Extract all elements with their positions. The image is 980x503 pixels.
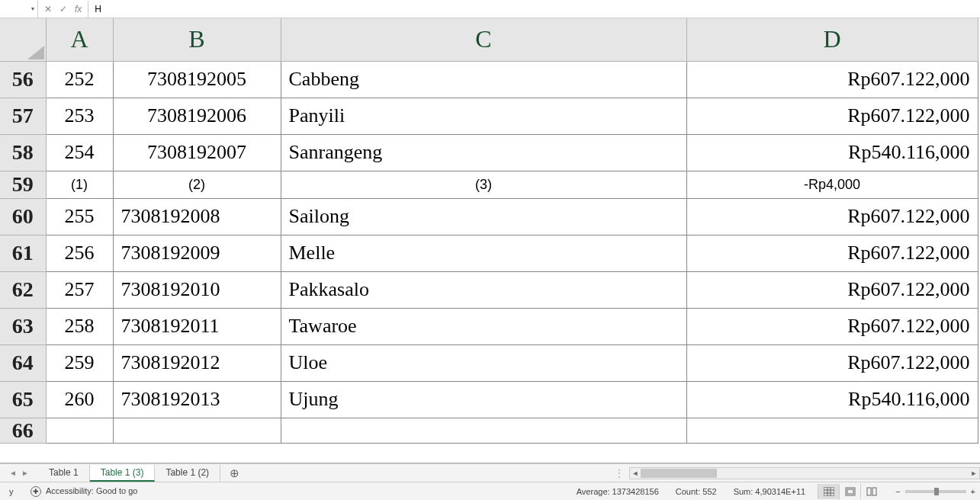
cancel-icon[interactable]: ✕ (44, 4, 52, 14)
cell-c[interactable]: (3) (281, 171, 686, 198)
cell-a[interactable]: 253 (46, 98, 113, 134)
sheet-tab[interactable]: Table 1 (38, 465, 90, 482)
cell-a[interactable] (46, 418, 113, 443)
formula-text: H (95, 4, 101, 14)
row-header[interactable]: 60 (0, 198, 46, 235)
cell-a[interactable]: 257 (46, 271, 113, 308)
row-header[interactable]: 64 (0, 344, 46, 381)
cell-d[interactable]: Rp540.116,000 (686, 381, 978, 418)
tab-grip-icon[interactable]: ⋮ (610, 468, 629, 479)
tab-next-icon[interactable]: ► (21, 469, 29, 477)
fx-icon[interactable]: fx (75, 4, 82, 14)
status-sum: Sum: 4,90314E+11 (729, 487, 811, 496)
cell-b[interactable] (113, 418, 281, 443)
tab-prev-icon[interactable]: ◄ (9, 469, 17, 477)
column-header-b[interactable]: B (113, 18, 281, 61)
accessibility-text: Accessibility: Good to go (46, 486, 137, 495)
scroll-left-icon[interactable]: ◄ (630, 469, 641, 477)
grid[interactable]: A B C D 562527308192005CabbengRp607.122,… (0, 18, 980, 463)
cell-c[interactable]: Cabbeng (281, 61, 686, 98)
zoom-in-icon[interactable]: + (971, 487, 975, 496)
cell-d[interactable]: Rp607.122,000 (686, 344, 978, 381)
cell-b[interactable]: 7308192012 (113, 344, 281, 381)
cell-c[interactable]: Panyili (281, 98, 686, 134)
enter-icon[interactable]: ✓ (59, 4, 67, 14)
cell-a[interactable]: 256 (46, 235, 113, 271)
tab-nav[interactable]: ◄ ► (0, 469, 38, 477)
cell-c[interactable]: Tawaroe (281, 308, 686, 344)
sheet-tab[interactable]: Table 1 (3) (90, 465, 156, 482)
select-all-corner[interactable] (0, 18, 46, 61)
zoom-slider[interactable] (905, 490, 966, 493)
row-header[interactable]: 57 (0, 98, 46, 134)
scroll-thumb[interactable] (641, 469, 717, 478)
row-header[interactable]: 66 (0, 418, 46, 443)
cell-c[interactable]: Sanrangeng (281, 134, 686, 171)
cell-c[interactable]: Ujung (281, 381, 686, 418)
cell-d[interactable]: Rp607.122,000 (686, 198, 978, 235)
cell-d[interactable]: Rp607.122,000 (686, 98, 978, 134)
grid-view-icon (824, 487, 834, 496)
cell-b[interactable]: 7308192007 (113, 134, 281, 171)
cell-a[interactable]: (1) (46, 171, 113, 198)
row-header[interactable]: 58 (0, 134, 46, 171)
add-sheet-button[interactable]: ⊕ (220, 466, 249, 480)
row-header[interactable]: 61 (0, 235, 46, 271)
row-header[interactable]: 62 (0, 271, 46, 308)
cell-d[interactable]: Rp607.122,000 (686, 308, 978, 344)
view-page-break-button[interactable] (860, 484, 882, 499)
cell-d[interactable]: -Rp4,000 (686, 171, 978, 198)
column-header-a[interactable]: A (46, 18, 113, 61)
row-header[interactable]: 63 (0, 308, 46, 344)
horizontal-scrollbar[interactable]: ◄ ► (629, 467, 980, 479)
cell-b[interactable]: 7308192008 (113, 198, 281, 235)
view-buttons (818, 484, 882, 499)
view-normal-button[interactable] (818, 484, 839, 499)
cell-b[interactable]: (2) (113, 171, 281, 198)
cell-c[interactable]: Melle (281, 235, 686, 271)
status-average: Average: 1373428156 (572, 487, 664, 496)
cell-c[interactable]: Sailong (281, 198, 686, 235)
cell-b[interactable]: 7308192006 (113, 98, 281, 134)
cell-d[interactable] (686, 418, 978, 443)
cell-a[interactable]: 259 (46, 344, 113, 381)
status-count: Count: 552 (671, 487, 721, 496)
view-page-layout-button[interactable] (839, 484, 860, 499)
scroll-right-icon[interactable]: ► (969, 469, 979, 477)
cell-a[interactable]: 252 (46, 61, 113, 98)
svg-rect-7 (867, 488, 871, 495)
row-header[interactable]: 65 (0, 381, 46, 418)
cell-d[interactable]: Rp607.122,000 (686, 61, 978, 98)
svg-rect-8 (872, 488, 876, 495)
zoom-out-icon[interactable]: − (895, 487, 900, 496)
name-box[interactable]: ▾ (0, 1, 38, 18)
zoom-thumb[interactable] (934, 488, 939, 495)
cell-b[interactable]: 7308192010 (113, 271, 281, 308)
chevron-down-icon[interactable]: ▾ (31, 5, 34, 12)
row-header[interactable]: 59 (0, 171, 46, 198)
cell-c[interactable]: Pakkasalo (281, 271, 686, 308)
column-header-c[interactable]: C (281, 18, 686, 61)
cell-b[interactable]: 7308192011 (113, 308, 281, 344)
svg-rect-6 (847, 489, 853, 494)
cell-b[interactable]: 7308192009 (113, 235, 281, 271)
formula-input[interactable]: H (88, 1, 980, 18)
cell-a[interactable]: 258 (46, 308, 113, 344)
cell-a[interactable]: 254 (46, 134, 113, 171)
row-header[interactable]: 56 (0, 61, 46, 98)
cell-d[interactable]: Rp540.116,000 (686, 134, 978, 171)
cell-c[interactable]: Uloe (281, 344, 686, 381)
svg-rect-0 (824, 487, 834, 496)
zoom-control[interactable]: − + (889, 487, 975, 496)
cell-d[interactable]: Rp607.122,000 (686, 271, 978, 308)
accessibility-status[interactable]: ✚ Accessibility: Good to go (26, 486, 143, 497)
sheet-tab[interactable]: Table 1 (2) (155, 465, 220, 482)
cell-b[interactable]: 7308192013 (113, 381, 281, 418)
scroll-track[interactable] (641, 468, 969, 479)
cell-d[interactable]: Rp607.122,000 (686, 235, 978, 271)
cell-a[interactable]: 260 (46, 381, 113, 418)
cell-b[interactable]: 7308192005 (113, 61, 281, 98)
cell-c[interactable] (281, 418, 686, 443)
cell-a[interactable]: 255 (46, 198, 113, 235)
column-header-d[interactable]: D (686, 18, 978, 61)
